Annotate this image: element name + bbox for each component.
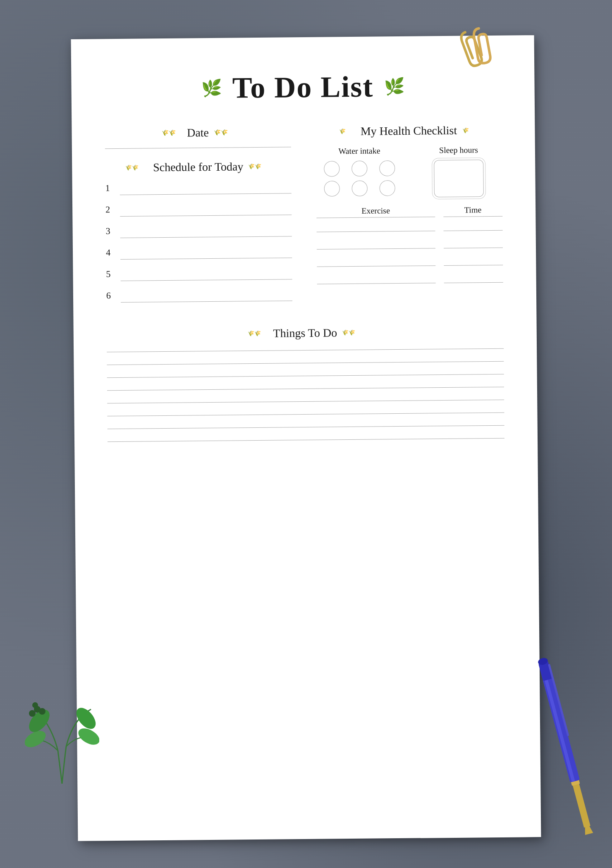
svg-text:🌾: 🌾	[462, 127, 469, 134]
todo-lines	[107, 348, 504, 442]
time-field-3[interactable]	[444, 257, 503, 266]
svg-point-11	[25, 706, 54, 736]
time-column-label: Time	[443, 205, 503, 217]
schedule-header: 🌾🌾 Schedule for Today 🌾🌾	[105, 160, 291, 174]
schedule-num-6: 6	[106, 290, 115, 303]
svg-point-14	[34, 706, 41, 713]
svg-text:🌾🌾: 🌾🌾	[342, 329, 356, 336]
schedule-num-1: 1	[105, 183, 114, 195]
water-circle-2[interactable]	[351, 161, 367, 176]
svg-text:🌾🌾: 🌾🌾	[125, 164, 139, 171]
water-circle-6[interactable]	[379, 180, 395, 196]
main-title: To Do List	[232, 70, 374, 105]
schedule-item-2: 2	[105, 203, 292, 217]
title-leaf-right: 🌿	[382, 73, 407, 100]
schedule-item-4: 4	[106, 246, 292, 260]
exercise-row-1	[316, 222, 502, 232]
schedule-item-1: 1	[105, 181, 292, 195]
schedule-line-2	[120, 215, 292, 217]
exercise-field-3[interactable]	[317, 258, 435, 267]
svg-point-17	[32, 702, 38, 708]
svg-point-16	[39, 708, 45, 715]
sleep-column: Sleep hours	[415, 145, 502, 198]
time-field-1[interactable]	[443, 222, 502, 231]
left-column: 🌾🌾 Date 🌾🌾 🌾🌾	[105, 125, 292, 312]
svg-text:🌾🌾: 🌾🌾	[247, 330, 261, 337]
svg-rect-22	[544, 678, 575, 782]
time-field-2[interactable]	[444, 240, 503, 248]
exercise-header-row: Exercise Time	[316, 205, 502, 218]
health-header: 🌾 My Health Checklist 🌾	[316, 124, 502, 138]
date-label: Date	[187, 126, 209, 139]
paper-sheet: 🌿 To Do List 🌿 🌾🌾 Date	[71, 35, 541, 841]
schedule-num-5: 5	[106, 269, 114, 281]
schedule-decoration-right: 🌾🌾	[248, 162, 271, 172]
date-header: 🌾🌾 Date 🌾🌾	[105, 125, 291, 140]
schedule-item-5: 5	[106, 267, 292, 281]
schedule-line-6	[121, 300, 292, 303]
exercise-field-1[interactable]	[316, 223, 435, 232]
water-circle-3[interactable]	[379, 160, 395, 176]
svg-text:🌾🌾: 🌾🌾	[214, 129, 228, 136]
water-column: Water intake	[316, 146, 403, 198]
health-decoration-right: 🌾	[462, 125, 478, 135]
health-decoration-left: 🌾	[339, 126, 356, 136]
things-section: 🌾🌾 Things To Do 🌾🌾	[107, 325, 504, 442]
right-column: 🌾 My Health Checklist 🌾 Water intake	[316, 124, 503, 310]
schedule-line-3	[120, 236, 292, 238]
two-column-layout: 🌾🌾 Date 🌾🌾 🌾🌾	[105, 124, 503, 312]
sleep-box[interactable]	[434, 160, 484, 197]
todo-line-6	[108, 413, 504, 416]
title-area: 🌿 To Do List 🌿	[104, 60, 502, 106]
schedule-line-5	[121, 279, 292, 281]
things-label: Things To Do	[273, 326, 337, 340]
svg-text:🌾🌾: 🌾🌾	[248, 163, 262, 170]
svg-rect-20	[571, 779, 580, 786]
svg-rect-21	[543, 677, 580, 782]
water-circle-4[interactable]	[324, 181, 340, 196]
svg-point-15	[29, 710, 36, 717]
date-header-decoration-left: 🌾🌾	[161, 128, 182, 138]
date-header-decoration-right: 🌾🌾	[214, 127, 234, 137]
todo-line-2	[107, 361, 504, 365]
schedule-num-3: 3	[105, 226, 114, 238]
exercise-column-label: Exercise	[316, 205, 435, 218]
things-decoration-left: 🌾🌾	[247, 329, 268, 339]
title-leaf-left: 🌿	[199, 75, 225, 102]
svg-rect-24	[548, 664, 569, 736]
schedule-section: 🌾🌾 Schedule for Today 🌾🌾 1	[105, 160, 292, 303]
date-underline	[105, 147, 291, 149]
todo-line-4	[107, 387, 504, 391]
exercise-row-4	[317, 274, 503, 284]
water-circles-grid	[316, 160, 403, 197]
sleep-label: Sleep hours	[415, 145, 502, 155]
svg-rect-23	[538, 661, 553, 681]
things-header: 🌾🌾 Things To Do 🌾🌾	[107, 325, 504, 341]
pen-decoration	[546, 627, 579, 843]
todo-line-1	[107, 348, 504, 352]
svg-text:🌾🌾: 🌾🌾	[161, 129, 176, 136]
schedule-num-2: 2	[105, 204, 114, 217]
water-circle-5[interactable]	[352, 181, 368, 196]
svg-marker-18	[583, 825, 593, 835]
schedule-line-1	[120, 193, 292, 195]
schedule-line-4	[120, 258, 292, 260]
exercise-section: Exercise Time	[316, 205, 503, 284]
things-decoration-right: 🌾🌾	[342, 328, 363, 338]
exercise-row-3	[317, 257, 503, 267]
schedule-item-3: 3	[105, 224, 292, 238]
paperclip-decoration	[455, 23, 501, 75]
schedule-label: Schedule for Today	[153, 160, 244, 174]
exercise-row-2	[317, 240, 503, 250]
svg-text:🌿: 🌿	[384, 76, 404, 96]
svg-rect-19	[572, 781, 590, 827]
water-circle-1[interactable]	[324, 161, 339, 176]
schedule-decoration-left: 🌾🌾	[125, 162, 148, 172]
schedule-item-6: 6	[106, 289, 292, 303]
exercise-field-2[interactable]	[317, 240, 435, 250]
todo-line-5	[107, 400, 504, 403]
todo-line-3	[107, 374, 504, 378]
schedule-num-4: 4	[106, 247, 114, 260]
exercise-field-4[interactable]	[317, 275, 436, 284]
time-field-4[interactable]	[444, 274, 503, 283]
